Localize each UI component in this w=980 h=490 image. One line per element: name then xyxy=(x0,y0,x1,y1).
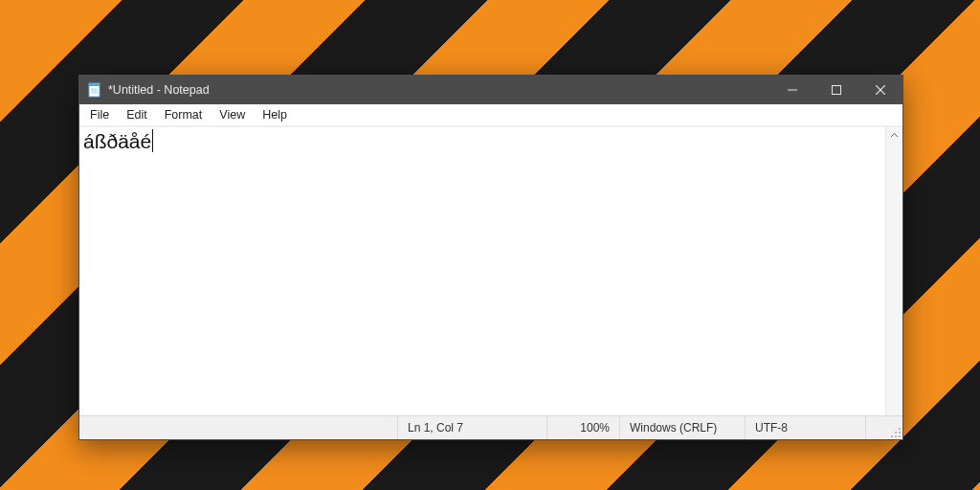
status-bar: Ln 1, Col 7 100% Windows (CRLF) UTF-8 xyxy=(79,415,902,439)
menu-edit[interactable]: Edit xyxy=(118,106,156,123)
svg-point-14 xyxy=(899,435,901,437)
minimize-button[interactable] xyxy=(770,76,814,104)
editor-area: áßðäåé xyxy=(79,126,902,415)
svg-point-13 xyxy=(895,435,897,437)
status-position: Ln 1, Col 7 xyxy=(398,416,547,439)
status-encoding: UTF-8 xyxy=(746,416,866,439)
status-zoom: 100% xyxy=(547,416,620,439)
maximize-button[interactable] xyxy=(814,76,858,104)
notepad-window: *Untitled - Notepad File Edit Format Vie… xyxy=(78,75,903,440)
scroll-up-icon[interactable] xyxy=(886,127,902,144)
svg-rect-1 xyxy=(89,83,100,86)
menu-file[interactable]: File xyxy=(81,106,118,123)
menu-format[interactable]: Format xyxy=(156,106,212,123)
status-spacer xyxy=(79,416,398,439)
notepad-app-icon xyxy=(87,82,102,98)
svg-rect-6 xyxy=(833,86,841,95)
vertical-scrollbar[interactable] xyxy=(885,127,902,415)
svg-point-11 xyxy=(899,432,901,434)
resize-grip[interactable] xyxy=(866,416,902,439)
svg-point-9 xyxy=(899,428,901,430)
window-title: *Untitled - Notepad xyxy=(108,83,210,97)
title-bar[interactable]: *Untitled - Notepad xyxy=(79,76,902,104)
menu-view[interactable]: View xyxy=(211,106,254,123)
menu-bar: File Edit Format View Help xyxy=(79,104,902,126)
svg-point-12 xyxy=(891,435,893,437)
svg-point-10 xyxy=(895,432,897,434)
close-button[interactable] xyxy=(858,76,902,104)
editor-content: áßðäåé xyxy=(83,130,151,152)
text-caret xyxy=(152,129,153,152)
menu-help[interactable]: Help xyxy=(254,106,296,123)
status-eol: Windows (CRLF) xyxy=(620,416,746,439)
text-editor[interactable]: áßðäåé xyxy=(79,127,885,415)
